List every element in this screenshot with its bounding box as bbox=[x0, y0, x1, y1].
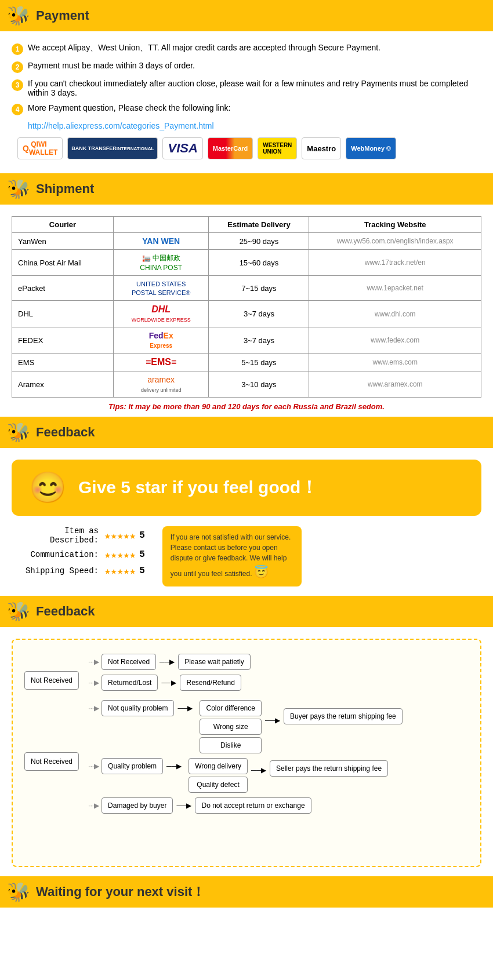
bee-icon-feedback1: 🐝 bbox=[7, 421, 30, 443]
flow-box-wrong-size: Wrong size bbox=[200, 719, 262, 735]
logo-qiwi: Q QIWIWALLET bbox=[17, 137, 63, 159]
rating-row-communication: Communication: ★★★★★ 5 bbox=[12, 548, 145, 561]
yanwen-logo: YAN WEN bbox=[142, 236, 180, 246]
payment-title: Payment bbox=[36, 8, 89, 23]
flow-box-dislike: Dislike bbox=[200, 737, 262, 753]
rating-label-shipping: Shipping Speed: bbox=[12, 566, 99, 575]
usps-logo: UNITED STATESPOSTAL SERVICE® bbox=[132, 280, 190, 296]
ratings-left: Item as Described: ★★★★★ 5 Communication… bbox=[12, 526, 145, 586]
feedback1-title: Feedback bbox=[36, 425, 95, 440]
flow-box-color-diff: Color difference bbox=[200, 700, 262, 716]
flow-box-damaged: Damaged by buyer bbox=[102, 797, 173, 814]
flow-box-quality-defect: Quality defect bbox=[188, 777, 248, 793]
flow-box-not-received: Not Received bbox=[102, 654, 156, 670]
payment-point-3: 3 If you can't checkout immediately afte… bbox=[12, 79, 481, 97]
bee-icon-shipment: 🐝 bbox=[7, 178, 30, 200]
point-num-1: 1 bbox=[12, 43, 23, 55]
table-row: DHL DHLWORLDWIDE EXPRESS 3~7 days www.dh… bbox=[12, 301, 481, 327]
dhl-logo: DHL bbox=[151, 304, 171, 314]
logo-western-union: WESTERNUNION bbox=[258, 137, 297, 159]
flow-box-wrong-delivery: Wrong delivery bbox=[188, 758, 248, 774]
table-row: ePacket UNITED STATESPOSTAL SERVICE® 7~1… bbox=[12, 276, 481, 301]
fedex-logo: FedExExpress bbox=[149, 331, 173, 349]
shipment-content: Courier Estimate Delivery Tracking Websi… bbox=[0, 210, 493, 417]
table-row: China Post Air Mail 🏣 中国邮政CHINA POST 15~… bbox=[12, 250, 481, 276]
flow-box-resend-refund: Resend/Refund bbox=[180, 675, 241, 691]
feedback2-section: 🐝 Feedback Not Received Not Received bbox=[0, 596, 493, 876]
payment-point-2: 2 Payment must be made within 3 days of … bbox=[12, 61, 481, 73]
point-num-3: 3 bbox=[12, 79, 23, 91]
smiley-big-icon: 😊 bbox=[29, 470, 67, 505]
payment-section: 🐝 Payment 1 We accept Alipay、West Union、… bbox=[0, 0, 493, 173]
flow-not-received-2: Not Received bbox=[24, 752, 79, 771]
feedback1-section: 🐝 Feedback 😊 Give 5 star if you feel goo… bbox=[0, 417, 493, 596]
flow-box-quality-problem: Quality problem bbox=[102, 758, 163, 774]
shipment-title: Shipment bbox=[36, 181, 94, 196]
table-row: EMS ≡EMS≡ 5~15 days www.ems.com bbox=[12, 354, 481, 371]
satisfaction-box: If you are not satisfied with our servic… bbox=[162, 526, 302, 586]
col-courier: Courier bbox=[12, 217, 114, 233]
feedback2-header: 🐝 Feedback bbox=[0, 596, 493, 627]
stars-shipping: ★★★★★ bbox=[104, 564, 136, 577]
flow-box-wait-patiently: Please wait patietly bbox=[178, 654, 251, 670]
flow-box-not-quality: Not quality problem bbox=[102, 700, 174, 716]
logo-maestro: Maestro bbox=[302, 137, 341, 159]
point-num-2: 2 bbox=[12, 61, 23, 73]
smiley-small-icon: 😇 bbox=[254, 566, 269, 578]
logo-webmoney: WebMoney © bbox=[346, 137, 396, 159]
feedback2-title: Feedback bbox=[36, 604, 95, 619]
point-num-4: 4 bbox=[12, 104, 23, 115]
table-row: FEDEX FedExExpress 3~7 days www.fedex.co… bbox=[12, 327, 481, 354]
logo-mastercard: MasterCard bbox=[208, 137, 253, 159]
stars-described: ★★★★★ bbox=[104, 529, 136, 542]
aramex-logo: aramexdelivery unlimited bbox=[141, 375, 182, 394]
flow-not-received-1: Not Received bbox=[24, 671, 79, 690]
star-count-shipping: 5 bbox=[139, 566, 145, 576]
rating-row-described: Item as Described: ★★★★★ 5 bbox=[12, 526, 145, 545]
star-count-communication: 5 bbox=[139, 549, 145, 560]
col-tracking: Tracking Website bbox=[309, 217, 481, 233]
bee-icon-waiting: 🐝 bbox=[7, 881, 30, 903]
flow-box-no-return: Do not accept return or exchange bbox=[195, 797, 311, 814]
satisfaction-text: If you are not satisfied with our servic… bbox=[171, 533, 291, 578]
shipment-table: Courier Estimate Delivery Tracking Websi… bbox=[12, 216, 481, 398]
flow-box-seller-pays: Seller pays the return shipping fee bbox=[270, 760, 388, 777]
table-row: Aramex aramexdelivery unlimited 3~10 day… bbox=[12, 371, 481, 398]
shipment-tips: Tips: It may be more than 90 and 120 day… bbox=[12, 402, 481, 411]
feedback1-header: 🐝 Feedback bbox=[0, 417, 493, 448]
waiting-title: Waiting for your next visit！ bbox=[36, 883, 205, 901]
give-star-text: Give 5 star if you feel good！ bbox=[78, 476, 318, 500]
payment-header: 🐝 Payment bbox=[0, 0, 493, 31]
payment-content: 1 We accept Alipay、West Union、TT. All ma… bbox=[0, 37, 493, 173]
table-row: YanWen YAN WEN 25~90 days www.yw56.com.c… bbox=[12, 233, 481, 250]
waiting-section: 🐝 Waiting for your next visit！ bbox=[0, 876, 493, 908]
bee-icon-payment: 🐝 bbox=[7, 5, 30, 27]
shipment-section: 🐝 Shipment Courier Estimate Delivery Tra… bbox=[0, 173, 493, 417]
feedback1-content: 😊 Give 5 star if you feel good！ Item as … bbox=[0, 454, 493, 596]
payment-point-4: 4 More Payment question, Please check th… bbox=[12, 103, 481, 115]
logo-bank-transfer: BANK TRANSFERINTERNATIONAL bbox=[67, 137, 158, 159]
ems-logo: ≡EMS≡ bbox=[146, 357, 176, 367]
col-delivery: Estimate Delivery bbox=[209, 217, 309, 233]
payment-point-1: 1 We accept Alipay、West Union、TT. All ma… bbox=[12, 43, 481, 55]
rating-label-described: Item as Described: bbox=[12, 526, 99, 545]
payment-logos: Q QIWIWALLET BANK TRANSFERINTERNATIONAL … bbox=[17, 137, 481, 159]
flow-diagram: Not Received Not Received ···▶ Not Recei… bbox=[12, 639, 481, 867]
flow-box-returned-lost: Returned/Lost bbox=[102, 675, 158, 691]
ratings-area: Item as Described: ★★★★★ 5 Communication… bbox=[12, 526, 481, 586]
chinapost-logo: 🏣 中国邮政CHINA POST bbox=[140, 254, 182, 272]
shipment-header: 🐝 Shipment bbox=[0, 173, 493, 205]
rating-row-shipping: Shipping Speed: ★★★★★ 5 bbox=[12, 564, 145, 577]
give-star-box: 😊 Give 5 star if you feel good！ bbox=[12, 460, 481, 516]
star-count-described: 5 bbox=[139, 530, 145, 541]
feedback2-content: Not Received Not Received ···▶ Not Recei… bbox=[0, 633, 493, 876]
logo-visa: VISA bbox=[162, 137, 202, 159]
payment-link[interactable]: http://help.aliexpress.com/categories_Pa… bbox=[28, 121, 481, 130]
waiting-header: 🐝 Waiting for your next visit！ bbox=[0, 876, 493, 908]
stars-communication: ★★★★★ bbox=[104, 548, 136, 561]
flow-box-buyer-pays: Buyer pays the return shipping fee bbox=[284, 708, 403, 724]
col-logo bbox=[113, 217, 208, 233]
rating-label-communication: Communication: bbox=[12, 550, 99, 559]
bee-icon-feedback2: 🐝 bbox=[7, 600, 30, 622]
